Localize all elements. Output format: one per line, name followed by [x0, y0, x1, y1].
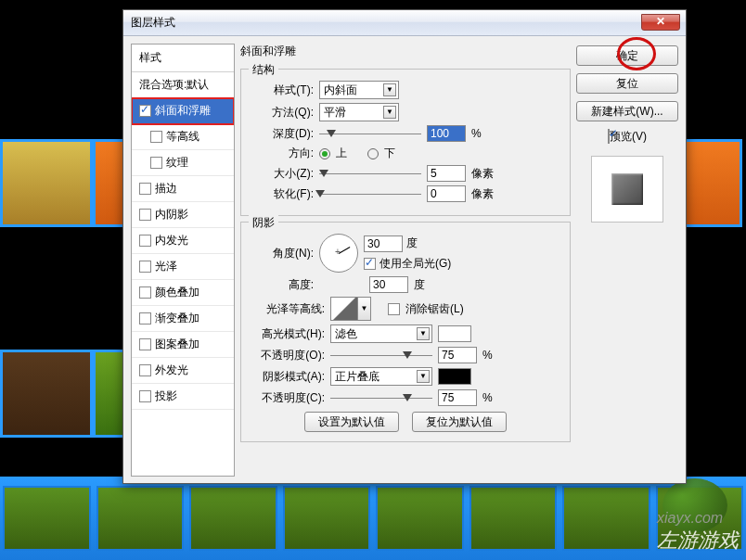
- style-row-inner-glow[interactable]: 内发光: [132, 228, 234, 254]
- method-dropdown[interactable]: 平滑▼: [319, 103, 399, 121]
- blending-options-row[interactable]: 混合选项:默认: [132, 72, 234, 98]
- panel-header: 斜面和浮雕: [240, 44, 571, 59]
- method-label: 方法(Q):: [251, 105, 314, 121]
- gloss-contour-label: 光泽等高线:: [251, 301, 325, 317]
- checkbox-icon[interactable]: [139, 209, 151, 221]
- dialog-right-column: 确定 复位 新建样式(W)... 预览(V): [576, 44, 678, 477]
- size-input[interactable]: 5: [427, 165, 466, 182]
- soften-label: 软化(F):: [251, 186, 314, 202]
- checkbox-icon[interactable]: [139, 364, 151, 376]
- style-row-contour[interactable]: 等高线: [132, 124, 234, 150]
- style-label: 样式(T):: [251, 83, 314, 98]
- style-dropdown[interactable]: 内斜面▼: [319, 81, 399, 99]
- chevron-down-icon[interactable]: ▼: [358, 297, 371, 321]
- depth-slider[interactable]: [319, 126, 421, 141]
- shadow-mode-dropdown[interactable]: 正片叠底▼: [330, 367, 432, 386]
- shadow-color-swatch[interactable]: [438, 368, 471, 385]
- new-style-button[interactable]: 新建样式(W)...: [576, 101, 678, 121]
- checkbox-icon[interactable]: [150, 157, 162, 169]
- size-label: 大小(Z):: [251, 166, 314, 182]
- style-row-pattern-overlay[interactable]: 图案叠加: [132, 332, 234, 358]
- soften-slider[interactable]: [319, 186, 421, 201]
- style-row-inner-shadow[interactable]: 内阴影: [132, 202, 234, 228]
- background-thumb-strip: [0, 477, 746, 560]
- global-light-checkbox[interactable]: [364, 258, 376, 270]
- cancel-button[interactable]: 复位: [576, 73, 678, 94]
- checkbox-icon[interactable]: [139, 390, 151, 402]
- depth-label: 深度(D):: [251, 126, 314, 142]
- checkbox-icon[interactable]: [139, 105, 151, 117]
- style-row-gradient-overlay[interactable]: 渐变叠加: [132, 306, 234, 332]
- direction-up-radio[interactable]: [319, 148, 330, 159]
- checkbox-icon[interactable]: [139, 338, 151, 350]
- ok-button[interactable]: 确定: [576, 45, 678, 66]
- style-row-drop-shadow[interactable]: 投影: [132, 384, 234, 410]
- style-row-bevel-emboss[interactable]: 斜面和浮雕: [132, 98, 234, 124]
- chevron-down-icon: ▼: [383, 83, 396, 96]
- direction-down-radio[interactable]: [367, 148, 379, 159]
- checkbox-icon[interactable]: [139, 183, 151, 195]
- highlight-mode-dropdown[interactable]: 滤色▼: [330, 325, 432, 343]
- checkbox-icon[interactable]: [139, 312, 151, 325]
- highlight-color-swatch[interactable]: [438, 325, 471, 342]
- layer-style-dialog: 图层样式 ✕ 样式 混合选项:默认 斜面和浮雕 等高线 纹理 描边: [122, 9, 687, 484]
- altitude-input[interactable]: 30: [369, 276, 408, 293]
- style-row-texture[interactable]: 纹理: [132, 150, 234, 176]
- checkbox-icon[interactable]: [139, 235, 151, 247]
- dialog-titlebar[interactable]: 图层样式 ✕: [123, 10, 686, 36]
- highlight-opacity-input[interactable]: 75: [438, 347, 477, 363]
- angle-input[interactable]: 30: [364, 235, 403, 252]
- preview-thumbnail: [591, 156, 663, 223]
- size-slider[interactable]: [319, 166, 421, 181]
- styles-list: 样式 混合选项:默认 斜面和浮雕 等高线 纹理 描边 内阴影: [131, 44, 235, 477]
- soften-input[interactable]: 0: [427, 185, 466, 202]
- watermark: xiayx.com 左游游戏: [657, 510, 739, 554]
- highlight-mode-label: 高光模式(H):: [251, 326, 325, 342]
- style-row-stroke[interactable]: 描边: [132, 176, 234, 202]
- shading-group: 阴影 角度(N): 30 度 使用全局光(G): [240, 222, 571, 442]
- shadow-opacity-input[interactable]: 75: [438, 389, 477, 406]
- style-row-satin[interactable]: 光泽: [132, 254, 234, 280]
- checkbox-icon[interactable]: [139, 261, 151, 273]
- checkbox-icon[interactable]: [150, 131, 162, 143]
- shadow-opacity-slider[interactable]: [330, 390, 432, 405]
- chevron-down-icon: ▼: [383, 106, 396, 119]
- style-row-outer-glow[interactable]: 外发光: [132, 358, 234, 384]
- close-button[interactable]: ✕: [641, 14, 680, 31]
- structure-group: 结构 样式(T): 内斜面▼ 方法(Q): 平滑▼ 深度(D):: [240, 69, 571, 216]
- highlight-opacity-slider[interactable]: [330, 348, 432, 363]
- dialog-title: 图层样式: [131, 15, 175, 31]
- antialias-checkbox[interactable]: [388, 303, 400, 315]
- depth-input[interactable]: 100: [427, 125, 466, 142]
- chevron-down-icon: ▼: [417, 327, 430, 340]
- style-row-color-overlay[interactable]: 颜色叠加: [132, 280, 234, 306]
- bevel-settings-panel: 斜面和浮雕 结构 样式(T): 内斜面▼ 方法(Q): 平滑▼ 深度(D):: [240, 44, 571, 477]
- preview-checkbox[interactable]: [608, 129, 610, 144]
- checkbox-icon[interactable]: [139, 286, 151, 299]
- highlight-opacity-label: 不透明度(O):: [251, 348, 325, 363]
- gloss-contour-picker[interactable]: [330, 297, 358, 321]
- make-default-button[interactable]: 设置为默认值: [304, 412, 399, 432]
- direction-label: 方向:: [251, 146, 314, 161]
- angle-picker[interactable]: [319, 234, 358, 273]
- altitude-label: 高度:: [251, 277, 314, 293]
- shadow-opacity-label: 不透明度(C):: [251, 390, 325, 406]
- styles-header[interactable]: 样式: [132, 45, 234, 72]
- reset-default-button[interactable]: 复位为默认值: [412, 412, 507, 432]
- chevron-down-icon: ▼: [417, 370, 430, 383]
- shadow-mode-label: 阴影模式(A):: [251, 369, 325, 385]
- angle-label: 角度(N):: [251, 246, 314, 261]
